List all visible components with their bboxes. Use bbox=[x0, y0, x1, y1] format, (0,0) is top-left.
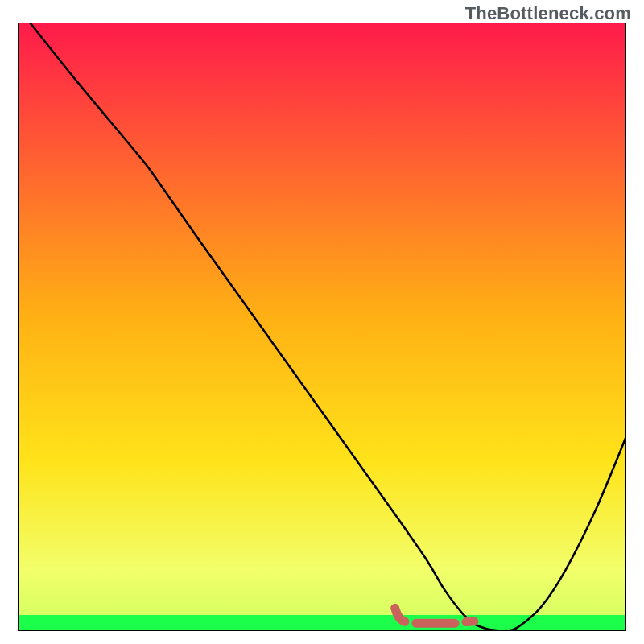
watermark-text: TheBottleneck.com bbox=[465, 3, 631, 24]
gradient-background bbox=[18, 23, 626, 631]
plot-svg bbox=[18, 23, 626, 631]
chart-canvas: TheBottleneck.com bbox=[0, 0, 644, 644]
